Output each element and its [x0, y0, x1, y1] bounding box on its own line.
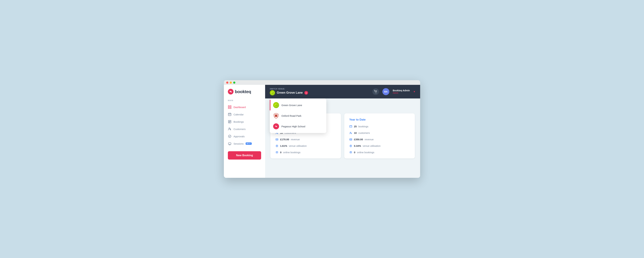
venue-name: Green Grove Lane [277, 91, 303, 95]
customers-icon [228, 127, 232, 131]
svg-rect-4 [228, 108, 229, 109]
maximize-dot[interactable] [233, 82, 235, 84]
venue-switcher: SWITCH VENUE: Green Grove Lane ▲ [270, 88, 308, 96]
app-layout: bookteq MAIN Dashboard [224, 85, 420, 178]
sidebar-calendar-label: Calendar [234, 113, 244, 116]
cart-icon [374, 90, 378, 93]
ytd-customers-row: 10 customers [349, 131, 410, 134]
sidebar-item-dashboard[interactable]: Dashboard [224, 104, 265, 111]
user-avatar[interactable]: BA [382, 88, 389, 95]
sidebar-item-calendar[interactable]: Calendar [224, 111, 265, 118]
new-booking-button[interactable]: New Booking [228, 151, 261, 159]
ytd-revenue-amount: £350.00 [354, 138, 363, 141]
ytd-bookings-row: 25 bookings [349, 125, 410, 128]
ytd-utilisation-label: venue utilisation [363, 144, 381, 147]
venue-pegasus-bookteq-icon [273, 123, 279, 129]
sidebar-item-customers[interactable]: Customers [224, 125, 265, 133]
ytd-online-row: 0 online bookings [349, 151, 410, 154]
last30-revenue-label: revenue [291, 138, 300, 141]
ytd-bookings-label: bookings [358, 125, 368, 128]
svg-rect-2 [228, 106, 229, 107]
venue-option-green-grove[interactable]: Green Grove Lane [270, 100, 326, 110]
svg-point-15 [376, 93, 377, 93]
last30-revenue-row: £170.00 revenue [276, 138, 336, 141]
ytd-online-count: 0 [354, 151, 355, 154]
svg-point-8 [230, 115, 230, 115]
last30-online-icon [276, 151, 278, 154]
sidebar-bookings-label: Bookings [234, 120, 244, 123]
sidebar: bookteq MAIN Dashboard [224, 85, 265, 178]
venue-oxford-road-icon [273, 113, 279, 119]
last30-online-row: 0 online bookings [276, 151, 336, 154]
svg-point-14 [375, 93, 376, 93]
cart-button[interactable] [372, 88, 379, 95]
svg-rect-27 [350, 126, 352, 128]
svg-point-12 [228, 135, 231, 138]
ytd-customers-count: 10 [354, 131, 357, 134]
user-name: Bookteq Admin [393, 89, 410, 92]
venue-selector-button[interactable]: Green Grove Lane ▲ [270, 90, 308, 96]
venue-option-green-grove-name: Green Grove Lane [282, 104, 302, 107]
ytd-title: Year to Date [349, 118, 410, 121]
user-role: Admin [393, 92, 410, 94]
switch-venue-label: SWITCH VENUE: [270, 88, 308, 90]
svg-point-21 [276, 126, 276, 127]
sidebar-item-approvals[interactable]: Approvals [224, 133, 265, 140]
user-info: Bookteq Admin Admin [393, 89, 410, 94]
venue-option-pegasus-name: Pegasus High School [282, 125, 305, 128]
sessions-icon [228, 142, 232, 145]
user-dropdown-arrow[interactable]: ▼ [413, 90, 416, 93]
svg-rect-24 [276, 139, 278, 140]
dashboard-icon [228, 105, 232, 109]
app-window: bookteq MAIN Dashboard [224, 80, 420, 178]
sessions-beta-badge: BETA [246, 142, 252, 145]
ytd-revenue-label: revenue [364, 138, 374, 141]
title-bar [224, 80, 420, 85]
sidebar-item-bookings[interactable]: Bookings [224, 118, 265, 125]
last30-utilisation-row: 1.61% venue utilisation [276, 144, 336, 147]
svg-rect-20 [276, 115, 276, 117]
close-dot[interactable] [226, 82, 228, 84]
svg-point-28 [350, 132, 351, 133]
year-to-date-card: Year to Date 25 bookings [344, 113, 415, 158]
ytd-bookings-count: 25 [354, 125, 357, 128]
last30-utilisation-icon [276, 145, 278, 147]
svg-point-1 [230, 91, 231, 92]
svg-point-9 [230, 115, 230, 115]
venue-option-oxford-road-name: Oxford Road Park [282, 114, 302, 117]
app-header: SWITCH VENUE: Green Grove Lane ▲ [265, 85, 420, 99]
last30-revenue-icon [276, 138, 278, 141]
calendar-icon [228, 113, 232, 116]
venue-pegasus-icon [273, 123, 279, 129]
ytd-bookings-icon [349, 125, 352, 128]
venue-dropdown: Green Grove Lane [270, 99, 326, 133]
bookings-icon [228, 120, 232, 124]
logo-text: bookteq [235, 89, 251, 94]
sidebar-customers-label: Customers [234, 128, 246, 130]
svg-rect-19 [276, 116, 278, 117]
ytd-utilisation-icon [349, 145, 352, 147]
last30-revenue-amount: £170.00 [280, 138, 289, 141]
ytd-utilisation-row: 0.34% venue utilisation [349, 144, 410, 147]
last30-online-label: online bookings [283, 151, 300, 154]
svg-rect-17 [276, 115, 278, 116]
last30-utilisation-label: venue utilisation [289, 144, 307, 147]
last30-online-count: 0 [280, 151, 282, 154]
sidebar-item-sessions[interactable]: Sessions BETA [224, 140, 265, 147]
venue-option-pegasus[interactable]: Pegasus High School [270, 121, 326, 132]
sidebar-dashboard-label: Dashboard [234, 106, 246, 109]
logo: bookteq [228, 89, 261, 95]
svg-rect-6 [228, 113, 231, 116]
venue-ball-icon [270, 90, 275, 96]
venue-option-oxford-road[interactable]: Oxford Road Park [270, 110, 326, 121]
minimize-dot[interactable] [230, 82, 232, 84]
svg-rect-13 [228, 143, 231, 144]
header-right: BA Bookteq Admin Admin ▼ [372, 88, 416, 95]
sidebar-sessions-label: Sessions [234, 142, 244, 145]
venue-green-grove-icon [273, 102, 279, 108]
ytd-online-icon [349, 151, 352, 154]
ytd-online-label: online bookings [357, 151, 374, 154]
venue-chevron-up-icon[interactable]: ▲ [304, 91, 308, 95]
ytd-revenue-icon [349, 138, 352, 141]
ytd-revenue-row: £350.00 revenue [349, 138, 410, 141]
